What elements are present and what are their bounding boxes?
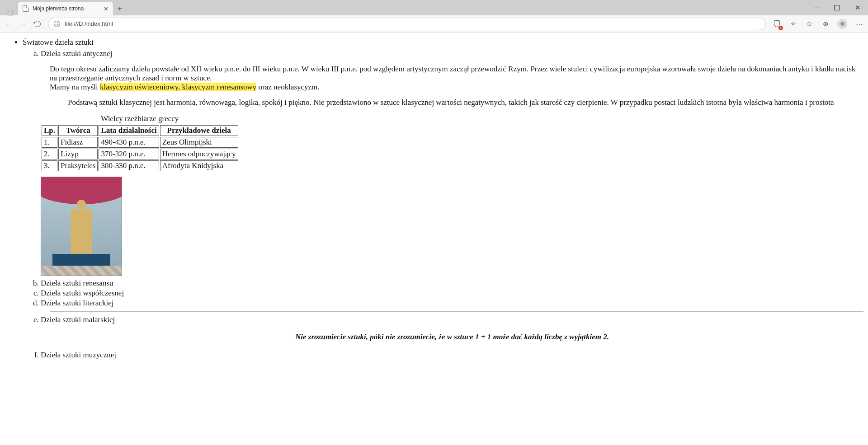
- minimize-button[interactable]: [806, 0, 826, 15]
- sculptors-table: Wielcy rzeźbiarze greccy Lp. Twórca Lata…: [41, 114, 239, 172]
- table-row: 3. Praksyteles 380-330 p.n.e. Afrodyta K…: [42, 160, 238, 171]
- url-text: file:///D:/index.html: [65, 20, 113, 27]
- url-input[interactable]: file:///D:/index.html: [48, 18, 766, 30]
- profile-avatar[interactable]: [837, 19, 847, 29]
- zeus-statue-image: [41, 177, 122, 276]
- close-tab-button[interactable]: ✕: [104, 5, 108, 12]
- cell-lp: 2.: [42, 149, 57, 159]
- favorites-icon[interactable]: ✩: [805, 19, 814, 28]
- item-e-label: Dzieła sztuki malarskiej: [41, 315, 115, 324]
- browser-chrome: Moja pierwsza strona ✕ ＋ ✕ ← → file:///D…: [0, 0, 868, 33]
- table-row: 1. Fidiasz 490-430 p.n.e. Zeus Olimpijsk…: [42, 137, 238, 148]
- table-row: 2. Lizyp 370-320 p.n.e. Hermes odpoczywa…: [42, 149, 238, 159]
- separator: [50, 311, 863, 312]
- bullet-main: Światowe dzieła sztuki: [23, 38, 94, 47]
- cell-lp: 3.: [42, 160, 57, 171]
- cell-dziela: Zeus Olimpijski: [160, 137, 238, 148]
- toolbar-right: 1 ✧ ✩ ⊕ ⋯: [772, 19, 863, 29]
- table-caption: Wielcy rzeźbiarze greccy: [41, 114, 239, 124]
- th-tworca: Twórca: [58, 125, 98, 136]
- page-content: Światowe dzieła sztuki Dzieła sztuki ant…: [0, 33, 868, 405]
- tab-actions-button[interactable]: [3, 11, 18, 15]
- p1-suffix: oraz neoklasycyzm.: [256, 83, 319, 91]
- forward-button[interactable]: →: [19, 20, 27, 28]
- th-lp: Lp.: [42, 125, 57, 136]
- refresh-button[interactable]: [33, 20, 42, 28]
- cell-dziela: Afrodyta Knidyjska: [160, 160, 238, 171]
- cell-lata: 490-430 p.n.e.: [99, 137, 159, 148]
- item-f-label: Dzieła sztuki muzycznej: [41, 351, 116, 359]
- more-menu-button[interactable]: ⋯: [854, 19, 863, 28]
- window-controls: ✕: [806, 0, 868, 15]
- cell-tworca: Praksyteles: [58, 160, 98, 171]
- item-c-label: Dzieła sztuki współczesnej: [41, 289, 124, 297]
- cell-lata: 380-330 p.n.e.: [99, 160, 159, 171]
- list-item: Dzieła sztuki malarskiej Nie zrozumiecie…: [41, 315, 863, 350]
- cell-tworca: Lizyp: [58, 149, 98, 159]
- list-item: Dzieła sztuki renesansu: [41, 278, 863, 288]
- browser-tab[interactable]: Moja pierwsza strona ✕: [18, 2, 113, 15]
- tab-title: Moja pierwsza strona: [33, 5, 84, 12]
- cell-tworca: Fidiasz: [58, 137, 98, 148]
- address-bar: ← → file:///D:/index.html 1 ✧ ✩ ⊕ ⋯: [0, 15, 868, 33]
- table-header-row: Lp. Twórca Lata działalności Przykładowe…: [42, 125, 238, 136]
- cell-lp: 1.: [42, 137, 57, 148]
- new-tab-button[interactable]: ＋: [113, 2, 127, 15]
- item-a-label: Dzieła sztuki antycznej: [41, 49, 113, 58]
- list-item: Światowe dzieła sztuki Dzieła sztuki ant…: [23, 38, 863, 360]
- shield-badge: 1: [778, 26, 783, 30]
- item-d-label: Dzieła sztuki literackiej: [41, 299, 113, 307]
- list-item: Dzieła sztuki antycznej Do tego okresu z…: [41, 49, 863, 278]
- close-window-button[interactable]: ✕: [847, 0, 868, 15]
- list-item: Dzieła sztuki współczesnej: [41, 288, 863, 298]
- paragraph-1: Do tego okresu zaliczamy dzieła powstałe…: [50, 65, 863, 92]
- th-dziela: Przykładowe dzieła: [160, 125, 238, 136]
- list-item: Dzieła sztuki muzycznej: [41, 350, 863, 360]
- cell-lata: 370-320 p.n.e.: [99, 149, 159, 159]
- document-icon: [23, 5, 29, 12]
- list-item: Dzieła sztuki literackiej: [41, 298, 863, 315]
- back-button[interactable]: ←: [5, 20, 13, 28]
- maximize-button[interactable]: [826, 0, 847, 15]
- tracking-shield-icon[interactable]: 1: [772, 19, 781, 28]
- tab-strip: Moja pierwsza strona ✕ ＋ ✕: [0, 0, 868, 15]
- extensions-icon[interactable]: ✧: [788, 19, 797, 28]
- p1-prefix: Mamy na myśli: [50, 83, 100, 91]
- cell-dziela: Hermes odpoczywający: [160, 149, 238, 159]
- highlighted-text: klasycyzm oświeceniowy, klasycyzm renesa…: [100, 83, 256, 91]
- collections-icon[interactable]: ⊕: [821, 19, 830, 28]
- p1-part-a: Do tego okresu zaliczamy dzieła powstałe…: [50, 65, 855, 82]
- th-lata: Lata działalności: [99, 125, 159, 136]
- item-b-label: Dzieła sztuki renesansu: [41, 279, 113, 287]
- globe-icon: [54, 21, 60, 27]
- quote-text: Nie zrozumiecie sztuki, póki nie zrozumi…: [41, 333, 863, 342]
- paragraph-2: Podstawą sztuki klasycznej jest harmonia…: [50, 98, 863, 107]
